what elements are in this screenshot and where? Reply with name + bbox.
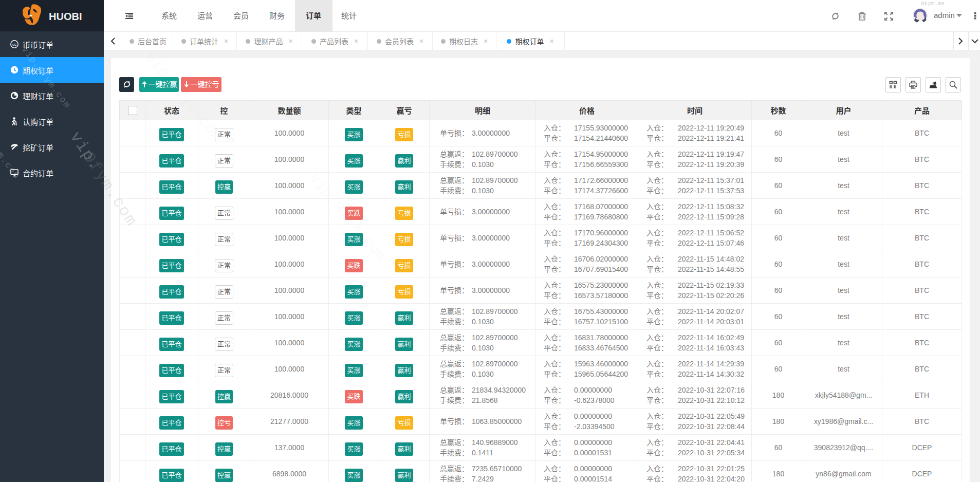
- svg-text:cc: cc: [12, 42, 16, 47]
